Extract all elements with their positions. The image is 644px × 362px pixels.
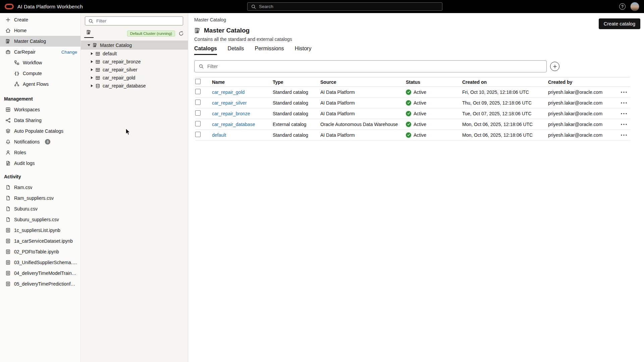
notebook-icon — [5, 238, 11, 244]
table-row: car_repair_bronze Standard catalog AI Da… — [195, 108, 630, 119]
sidebar-item-master-catalog[interactable]: Master Catalog — [0, 36, 80, 47]
tree-filter[interactable] — [85, 16, 183, 25]
tree-filter-input[interactable] — [96, 18, 180, 23]
tree-node-car-repair-gold[interactable]: car_repair_gold — [81, 74, 188, 82]
column-header-created-by[interactable]: Created by — [548, 79, 620, 85]
caret-right-icon[interactable] — [91, 68, 93, 71]
sidebar-item-label: Compute — [23, 71, 42, 76]
user-avatar[interactable] — [630, 2, 639, 11]
caret-right-icon[interactable] — [91, 60, 93, 63]
tree-node-label: default — [103, 51, 117, 56]
catalog-name-link[interactable]: car_repair_database — [212, 122, 273, 127]
row-actions-icon[interactable] — [620, 98, 630, 108]
tree-node-default[interactable]: default — [81, 50, 188, 58]
sidebar-item-compute[interactable]: {} Compute — [0, 68, 80, 79]
activity-item[interactable]: 02_PDFtoTable.ipynb — [0, 246, 80, 257]
search-icon — [251, 4, 256, 9]
activity-item[interactable]: 05_deliveryTimePredictionforPart... — [0, 279, 80, 289]
activity-item[interactable]: 04_deliveryTimeModelTraining.ip... — [0, 268, 80, 279]
catalog-created-by: priyesh.lakar@oracle.com — [548, 100, 620, 106]
tab-history[interactable]: History — [295, 46, 312, 55]
catalog-name-link[interactable]: car_repair_silver — [212, 100, 273, 106]
sidebar-item-label: Home — [14, 28, 26, 33]
tab-permissions[interactable]: Permissions — [255, 46, 284, 55]
sidebar-item-notifications[interactable]: Notifications 8 — [0, 136, 80, 147]
sidebar-item-carrepair[interactable]: CarRepair Change — [0, 47, 80, 57]
activity-item-label: Ram.csv — [14, 185, 32, 190]
sidebar-item-audit-logs[interactable]: Audit logs — [0, 158, 80, 169]
catalog-filter[interactable] — [194, 60, 547, 72]
caret-right-icon[interactable] — [91, 76, 93, 79]
sidebar-item-label: Audit logs — [14, 161, 35, 166]
column-header-name[interactable]: Name — [212, 79, 273, 85]
notebook-icon — [5, 270, 11, 276]
agent-flows-icon — [14, 81, 19, 87]
sidebar-item-auto-populate-catalogs[interactable]: Auto Populate Catalogs — [0, 126, 80, 136]
activity-item-label: 1a_carServiceDataset.ipynb — [14, 238, 73, 244]
sidebar-item-agent-flows[interactable]: Agent Flows — [0, 79, 80, 89]
caret-right-icon[interactable] — [91, 84, 93, 87]
sidebar-item-workspaces[interactable]: Workspaces — [0, 104, 80, 115]
help-icon[interactable]: ? — [619, 3, 626, 10]
activity-item[interactable]: Suburu_suppliers.csv — [0, 214, 80, 225]
row-checkbox[interactable] — [195, 100, 201, 105]
row-actions-icon[interactable] — [620, 87, 630, 97]
activity-item[interactable]: 1c_suppliersList.ipynb — [0, 225, 80, 236]
column-header-status[interactable]: Status — [406, 79, 462, 85]
tree-node-car-repair-bronze[interactable]: car_repair_bronze — [81, 58, 188, 66]
change-project-link[interactable]: Change — [61, 50, 77, 55]
home-icon — [5, 28, 11, 33]
caret-down-icon[interactable] — [88, 44, 90, 46]
activity-item[interactable]: 03_UnifiedSupplierSchema.ipynb — [0, 257, 80, 268]
search-icon — [199, 64, 204, 69]
column-header-type[interactable]: Type — [273, 79, 320, 85]
add-catalog-icon[interactable] — [550, 62, 559, 71]
refresh-icon[interactable] — [178, 31, 184, 36]
catalog-type: Standard catalog — [273, 132, 320, 138]
activity-item-label: Ram_suppliers.csv — [14, 195, 54, 201]
global-search-input[interactable] — [259, 4, 439, 9]
column-header-created-on[interactable]: Created on — [462, 79, 548, 85]
catalog-name-link[interactable]: default — [212, 132, 273, 138]
global-search[interactable] — [247, 2, 442, 11]
sidebar-item-create[interactable]: Create — [0, 14, 80, 25]
tab-catalogs[interactable]: Catalogs — [194, 46, 217, 55]
tree-node-car-repair-silver[interactable]: car_repair_silver — [81, 66, 188, 74]
catalog-filter-input[interactable] — [207, 64, 542, 69]
sidebar-item-data-sharing[interactable]: Data Sharing — [0, 115, 80, 126]
status-active-icon — [406, 122, 411, 127]
create-catalog-button[interactable]: Create catalog — [599, 18, 640, 29]
status-active-icon — [406, 89, 411, 95]
tab-details[interactable]: Details — [228, 46, 244, 55]
caret-right-icon[interactable] — [91, 52, 93, 55]
activity-item[interactable]: Ram.csv — [0, 182, 80, 193]
sidebar-item-roles[interactable]: Roles — [0, 147, 80, 158]
table-row: car_repair_database External catalog Ora… — [195, 119, 630, 130]
catalog-tab-icon[interactable] — [84, 29, 94, 38]
tree-node-master-catalog[interactable]: Master Catalog — [81, 41, 188, 50]
activity-item[interactable]: 1a_carServiceDataset.ipynb — [0, 236, 80, 246]
row-checkbox[interactable] — [195, 121, 201, 126]
catalog-name-link[interactable]: car_repair_gold — [212, 89, 273, 95]
catalog-name-link[interactable]: car_repair_bronze — [212, 111, 273, 116]
sidebar-item-home[interactable]: Home — [0, 25, 80, 36]
tree-node-car-repair-database[interactable]: car_repair_database — [81, 82, 188, 90]
catalog-status: Active — [406, 122, 462, 127]
file-icon — [5, 206, 11, 212]
file-icon — [5, 185, 11, 190]
catalog-tree-panel: Default Cluster (running) Master Catalog… — [81, 13, 188, 362]
activity-item[interactable]: Ram_suppliers.csv — [0, 193, 80, 203]
sidebar-item-workflow[interactable]: Workflow — [0, 57, 80, 68]
row-actions-icon[interactable] — [620, 108, 630, 119]
activity-item[interactable]: Suburu.csv — [0, 203, 80, 214]
breadcrumb[interactable]: Master Catalog — [194, 17, 644, 22]
row-checkbox[interactable] — [195, 132, 201, 137]
row-actions-icon[interactable] — [620, 119, 630, 129]
compute-icon: {} — [14, 71, 19, 76]
row-checkbox[interactable] — [195, 89, 201, 94]
column-header-source[interactable]: Source — [320, 79, 406, 85]
row-checkbox[interactable] — [195, 110, 201, 116]
row-actions-icon[interactable] — [620, 130, 630, 140]
tree-node-label: car_repair_database — [103, 83, 146, 88]
select-all-checkbox[interactable] — [195, 79, 201, 84]
